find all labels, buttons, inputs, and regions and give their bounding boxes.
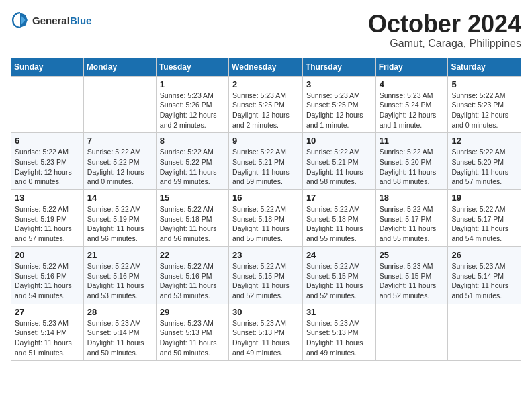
day-info: Sunrise: 5:23 AM Sunset: 5:14 PM Dayligh… — [451, 261, 517, 301]
day-info: Sunrise: 5:22 AM Sunset: 5:18 PM Dayligh… — [160, 204, 225, 244]
calendar-cell: 9Sunrise: 5:22 AM Sunset: 5:21 PM Daylig… — [229, 133, 303, 190]
day-info: Sunrise: 5:22 AM Sunset: 5:19 PM Dayligh… — [15, 204, 80, 244]
calendar-cell — [375, 304, 448, 361]
day-number: 29 — [160, 307, 225, 317]
day-number: 10 — [306, 136, 372, 146]
calendar-cell: 20Sunrise: 5:22 AM Sunset: 5:16 PM Dayli… — [11, 246, 84, 304]
day-info: Sunrise: 5:22 AM Sunset: 5:21 PM Dayligh… — [232, 147, 299, 187]
day-info: Sunrise: 5:23 AM Sunset: 5:13 PM Dayligh… — [232, 318, 299, 358]
calendar-body: 1Sunrise: 5:23 AM Sunset: 5:26 PM Daylig… — [11, 76, 521, 361]
calendar-week-row: 1Sunrise: 5:23 AM Sunset: 5:26 PM Daylig… — [11, 76, 521, 133]
logo-icon — [11, 11, 30, 30]
day-info: Sunrise: 5:22 AM Sunset: 5:21 PM Dayligh… — [306, 147, 372, 187]
day-number: 30 — [232, 307, 299, 317]
day-info: Sunrise: 5:22 AM Sunset: 5:22 PM Dayligh… — [160, 147, 225, 187]
calendar-cell: 2Sunrise: 5:23 AM Sunset: 5:25 PM Daylig… — [229, 76, 303, 133]
calendar-cell: 15Sunrise: 5:22 AM Sunset: 5:18 PM Dayli… — [156, 190, 228, 247]
day-number: 1 — [160, 79, 225, 89]
day-number: 11 — [380, 136, 445, 146]
day-number: 23 — [232, 250, 299, 260]
day-number: 9 — [232, 136, 299, 146]
calendar-cell: 17Sunrise: 5:22 AM Sunset: 5:18 PM Dayli… — [302, 190, 375, 247]
calendar-cell: 27Sunrise: 5:23 AM Sunset: 5:14 PM Dayli… — [11, 304, 84, 361]
day-number: 26 — [451, 250, 517, 260]
column-header-wednesday: Wednesday — [229, 58, 303, 76]
day-number: 31 — [306, 307, 372, 317]
day-info: Sunrise: 5:23 AM Sunset: 5:25 PM Dayligh… — [232, 91, 299, 130]
day-info: Sunrise: 5:23 AM Sunset: 5:15 PM Dayligh… — [380, 261, 445, 301]
calendar-cell: 7Sunrise: 5:22 AM Sunset: 5:22 PM Daylig… — [83, 133, 156, 190]
calendar-cell — [11, 76, 84, 133]
day-number: 17 — [306, 193, 372, 203]
day-info: Sunrise: 5:22 AM Sunset: 5:23 PM Dayligh… — [451, 91, 517, 130]
calendar-cell: 14Sunrise: 5:22 AM Sunset: 5:19 PM Dayli… — [83, 190, 156, 247]
calendar-week-row: 27Sunrise: 5:23 AM Sunset: 5:14 PM Dayli… — [11, 304, 521, 361]
calendar-week-row: 13Sunrise: 5:22 AM Sunset: 5:19 PM Dayli… — [11, 190, 521, 247]
day-number: 14 — [87, 193, 152, 203]
day-info: Sunrise: 5:22 AM Sunset: 5:18 PM Dayligh… — [306, 204, 372, 244]
calendar-week-row: 20Sunrise: 5:22 AM Sunset: 5:16 PM Dayli… — [11, 246, 521, 304]
calendar-cell: 13Sunrise: 5:22 AM Sunset: 5:19 PM Dayli… — [11, 190, 84, 247]
day-number: 16 — [232, 193, 299, 203]
calendar-cell: 11Sunrise: 5:22 AM Sunset: 5:20 PM Dayli… — [375, 133, 448, 190]
day-number: 7 — [87, 136, 152, 146]
day-info: Sunrise: 5:22 AM Sunset: 5:16 PM Dayligh… — [160, 261, 225, 301]
logo: GeneralBlue — [11, 11, 91, 30]
day-number: 4 — [380, 79, 445, 89]
calendar-cell: 26Sunrise: 5:23 AM Sunset: 5:14 PM Dayli… — [448, 246, 521, 304]
day-info: Sunrise: 5:22 AM Sunset: 5:17 PM Dayligh… — [380, 204, 445, 244]
column-header-sunday: Sunday — [11, 58, 84, 76]
day-info: Sunrise: 5:22 AM Sunset: 5:16 PM Dayligh… — [15, 261, 80, 301]
page-header: GeneralBlue October 2024 Gamut, Caraga, … — [11, 11, 521, 50]
calendar-week-row: 6Sunrise: 5:22 AM Sunset: 5:23 PM Daylig… — [11, 133, 521, 190]
day-info: Sunrise: 5:23 AM Sunset: 5:25 PM Dayligh… — [306, 91, 372, 130]
day-info: Sunrise: 5:22 AM Sunset: 5:15 PM Dayligh… — [306, 261, 372, 301]
calendar-cell: 8Sunrise: 5:22 AM Sunset: 5:22 PM Daylig… — [156, 133, 228, 190]
column-header-tuesday: Tuesday — [156, 58, 228, 76]
calendar-cell: 1Sunrise: 5:23 AM Sunset: 5:26 PM Daylig… — [156, 76, 228, 133]
calendar-cell: 5Sunrise: 5:22 AM Sunset: 5:23 PM Daylig… — [448, 76, 521, 133]
day-number: 19 — [451, 193, 517, 203]
day-number: 13 — [15, 193, 80, 203]
calendar-cell: 12Sunrise: 5:22 AM Sunset: 5:20 PM Dayli… — [448, 133, 521, 190]
day-number: 20 — [15, 250, 80, 260]
day-number: 18 — [380, 193, 445, 203]
column-header-friday: Friday — [375, 58, 448, 76]
day-number: 15 — [160, 193, 225, 203]
day-number: 25 — [380, 250, 445, 260]
day-number: 21 — [87, 250, 152, 260]
logo-text: GeneralBlue — [32, 15, 91, 26]
day-info: Sunrise: 5:23 AM Sunset: 5:13 PM Dayligh… — [306, 318, 372, 358]
calendar-cell: 6Sunrise: 5:22 AM Sunset: 5:23 PM Daylig… — [11, 133, 84, 190]
calendar-cell: 29Sunrise: 5:23 AM Sunset: 5:13 PM Dayli… — [156, 304, 228, 361]
month-title: October 2024 — [368, 11, 521, 38]
day-number: 3 — [306, 79, 372, 89]
day-number: 2 — [232, 79, 299, 89]
day-info: Sunrise: 5:22 AM Sunset: 5:23 PM Dayligh… — [15, 147, 80, 187]
day-info: Sunrise: 5:23 AM Sunset: 5:13 PM Dayligh… — [160, 318, 225, 358]
title-area: October 2024 Gamut, Caraga, Philippines — [368, 11, 521, 50]
logo-general: General — [32, 15, 70, 26]
calendar-cell: 19Sunrise: 5:22 AM Sunset: 5:17 PM Dayli… — [448, 190, 521, 247]
calendar-cell — [448, 304, 521, 361]
calendar-cell: 16Sunrise: 5:22 AM Sunset: 5:18 PM Dayli… — [229, 190, 303, 247]
column-header-monday: Monday — [83, 58, 156, 76]
day-number: 6 — [15, 136, 80, 146]
day-info: Sunrise: 5:22 AM Sunset: 5:16 PM Dayligh… — [87, 261, 152, 301]
calendar-cell: 23Sunrise: 5:22 AM Sunset: 5:15 PM Dayli… — [229, 246, 303, 304]
day-info: Sunrise: 5:22 AM Sunset: 5:19 PM Dayligh… — [87, 204, 152, 244]
calendar-header-row: SundayMondayTuesdayWednesdayThursdayFrid… — [11, 58, 521, 76]
day-number: 24 — [306, 250, 372, 260]
day-info: Sunrise: 5:22 AM Sunset: 5:15 PM Dayligh… — [232, 261, 299, 301]
day-info: Sunrise: 5:23 AM Sunset: 5:26 PM Dayligh… — [160, 91, 225, 130]
calendar-cell: 18Sunrise: 5:22 AM Sunset: 5:17 PM Dayli… — [375, 190, 448, 247]
calendar-cell: 3Sunrise: 5:23 AM Sunset: 5:25 PM Daylig… — [302, 76, 375, 133]
day-info: Sunrise: 5:22 AM Sunset: 5:17 PM Dayligh… — [451, 204, 517, 244]
column-header-saturday: Saturday — [448, 58, 521, 76]
location-title: Gamut, Caraga, Philippines — [368, 38, 521, 50]
day-info: Sunrise: 5:23 AM Sunset: 5:24 PM Dayligh… — [380, 91, 445, 130]
day-number: 8 — [160, 136, 225, 146]
calendar-cell: 22Sunrise: 5:22 AM Sunset: 5:16 PM Dayli… — [156, 246, 228, 304]
day-number: 28 — [87, 307, 152, 317]
calendar-cell: 25Sunrise: 5:23 AM Sunset: 5:15 PM Dayli… — [375, 246, 448, 304]
